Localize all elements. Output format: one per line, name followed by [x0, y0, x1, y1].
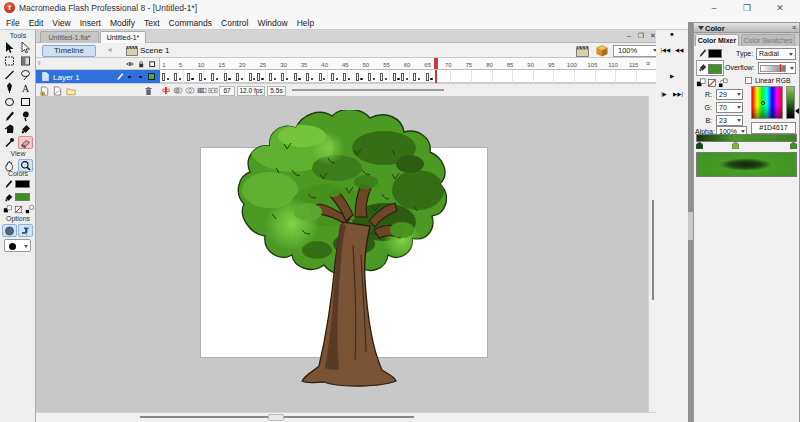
- ink-bottle-tool[interactable]: [2, 123, 17, 136]
- menu-file[interactable]: File: [6, 18, 20, 28]
- horizontal-scrollbar[interactable]: [36, 412, 656, 422]
- pencil-tool[interactable]: [2, 109, 17, 122]
- onion-skin-outlines-button[interactable]: [185, 86, 195, 95]
- layer-outline-color[interactable]: [148, 73, 155, 80]
- playhead[interactable]: [434, 58, 439, 69]
- keyframe-dot[interactable]: [397, 78, 399, 80]
- color-panel-header[interactable]: Color ≡: [694, 23, 799, 33]
- edit-symbol-button[interactable]: [596, 45, 608, 57]
- eraser-tool[interactable]: [18, 136, 33, 149]
- keyframe-dot[interactable]: [167, 78, 169, 80]
- keyframe[interactable]: [368, 73, 371, 81]
- channel-stepper-arrow[interactable]: [737, 106, 741, 109]
- frame-view-menu-icon[interactable]: ≡: [646, 60, 650, 67]
- channel-stepper-arrow[interactable]: [737, 119, 741, 122]
- zoom-tool[interactable]: [18, 159, 33, 172]
- color-panel-tab[interactable]: Color Swatches: [741, 34, 795, 46]
- keyframe[interactable]: [306, 73, 309, 81]
- keyframe-dot[interactable]: [298, 78, 300, 80]
- step-back-button[interactable]: ◀◀: [675, 47, 683, 53]
- minimize-button[interactable]: –: [700, 1, 728, 15]
- no-color-button[interactable]: [707, 78, 717, 88]
- tools-default-colors[interactable]: [2, 204, 12, 214]
- doc-restore-button[interactable]: ❐: [636, 32, 646, 40]
- play-button[interactable]: ▶: [670, 73, 674, 79]
- frame-rate-field[interactable]: 12.0 fps: [237, 86, 265, 96]
- paint-bucket-tool[interactable]: [18, 123, 33, 136]
- keyframe[interactable]: [269, 73, 272, 81]
- eyedropper-tool[interactable]: [2, 136, 17, 149]
- fill-color-icon[interactable]: [4, 192, 14, 203]
- keyframe-dot[interactable]: [286, 78, 288, 80]
- show-hide-icon[interactable]: [126, 60, 134, 68]
- menu-commands[interactable]: Commands: [169, 18, 212, 28]
- faucet-option[interactable]: [18, 224, 33, 237]
- hand-tool[interactable]: [2, 159, 17, 172]
- elapsed-time-field[interactable]: 5.5s: [267, 86, 286, 96]
- keyframe-dot[interactable]: [216, 78, 218, 80]
- vertical-scrollbar[interactable]: [648, 96, 656, 412]
- gradient-stop[interactable]: [696, 142, 703, 149]
- keyframe[interactable]: [162, 73, 165, 81]
- stroke-pencil-icon[interactable]: [698, 48, 707, 58]
- layer-lock-dot[interactable]: [139, 76, 142, 79]
- layer-row[interactable]: Layer 1: [36, 70, 160, 83]
- lock-icon[interactable]: [137, 60, 145, 68]
- menu-window[interactable]: Window: [257, 18, 287, 28]
- frames-row[interactable]: [160, 70, 656, 83]
- keyframe-dot[interactable]: [348, 78, 350, 80]
- fill-color-swatch[interactable]: [708, 64, 722, 74]
- eraser-shape-dropdown[interactable]: [4, 239, 31, 252]
- keyframe[interactable]: [281, 73, 284, 81]
- close-button[interactable]: ✕: [766, 1, 794, 15]
- keyframe-dot[interactable]: [373, 78, 375, 80]
- brush-tool[interactable]: [18, 109, 33, 122]
- gradient-transform-tool[interactable]: [18, 55, 33, 68]
- keyframe-dot[interactable]: [418, 78, 420, 80]
- scrollbar-notch[interactable]: [268, 414, 284, 421]
- keyframe[interactable]: [426, 73, 429, 81]
- menu-insert[interactable]: Insert: [80, 18, 101, 28]
- line-tool[interactable]: [2, 68, 17, 81]
- oval-tool[interactable]: [2, 95, 17, 108]
- keyframe-dot[interactable]: [253, 78, 255, 80]
- keyframe-dot[interactable]: [360, 78, 362, 80]
- keyframe-dot[interactable]: [179, 78, 181, 80]
- vertical-scrollbar-thumb[interactable]: [652, 200, 654, 300]
- tools-fill-swatch[interactable]: [15, 193, 30, 201]
- keyframe[interactable]: [249, 73, 252, 81]
- step-forward-button[interactable]: |▶: [661, 91, 667, 97]
- outline-icon[interactable]: [148, 60, 156, 68]
- keyframe[interactable]: [187, 73, 190, 81]
- timeline-toggle-button[interactable]: Timeline: [42, 45, 96, 57]
- current-frame-field[interactable]: 67: [219, 86, 235, 96]
- subselection-tool[interactable]: [18, 41, 33, 54]
- eraser-mode-option[interactable]: [2, 224, 17, 237]
- panel-menu-icon[interactable]: ≡: [792, 24, 796, 31]
- keyframe-dot[interactable]: [241, 78, 243, 80]
- keyframe-dot[interactable]: [204, 78, 206, 80]
- pen-tool[interactable]: [2, 82, 17, 95]
- lasso-tool[interactable]: [18, 68, 33, 81]
- doc-minimize-button[interactable]: –: [624, 32, 634, 39]
- gradient-ramp[interactable]: [696, 134, 797, 142]
- keyframe[interactable]: [211, 73, 214, 81]
- keyframe[interactable]: [294, 73, 297, 81]
- stage[interactable]: [36, 96, 648, 412]
- menu-modify[interactable]: Modify: [110, 18, 135, 28]
- keyframe-dot[interactable]: [336, 78, 338, 80]
- restore-button[interactable]: ❐: [733, 1, 761, 15]
- hex-value-field[interactable]: #1D4617: [751, 122, 796, 134]
- keyframe[interactable]: [393, 73, 396, 81]
- insert-layer-button[interactable]: [40, 86, 50, 96]
- selection-tool[interactable]: [2, 41, 17, 54]
- keyframe-dot[interactable]: [323, 78, 325, 80]
- keyframe[interactable]: [236, 73, 239, 81]
- menu-edit[interactable]: Edit: [29, 18, 44, 28]
- keyframe-dot[interactable]: [406, 78, 408, 80]
- keyframe-dot[interactable]: [228, 78, 230, 80]
- keyframe-dot[interactable]: [191, 78, 193, 80]
- keyframe[interactable]: [401, 73, 404, 81]
- menu-view[interactable]: View: [52, 18, 70, 28]
- keyframe-dot[interactable]: [311, 78, 313, 80]
